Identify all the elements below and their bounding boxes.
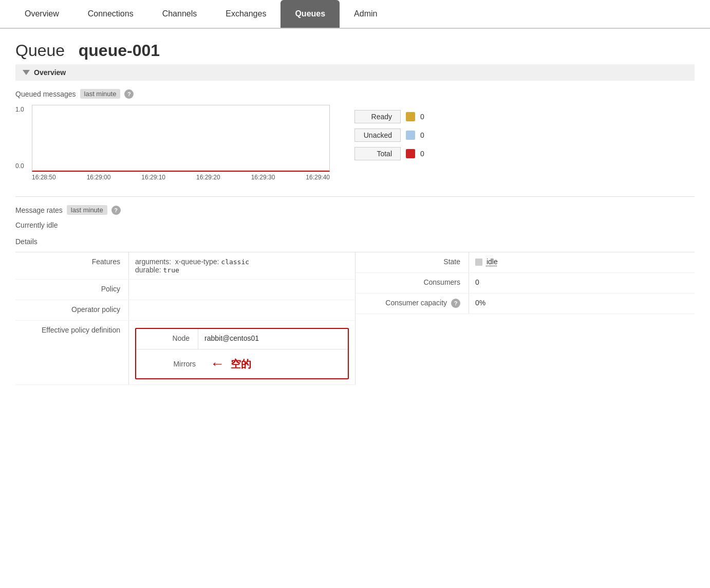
features-args: arguments: x-queue-type: classic: [135, 258, 349, 266]
divider-1: [15, 196, 695, 197]
nav-item-admin[interactable]: Admin: [340, 0, 391, 28]
page-title-name: queue-001: [79, 41, 160, 60]
chart-y-top: 1.0: [15, 106, 24, 113]
chart-section: 1.0 0.0 16:28:5016:29:0016:29:1016:29:20…: [15, 105, 695, 181]
legend-label: Unacked: [354, 128, 401, 142]
effective-policy-label: Effective policy definition: [15, 321, 128, 384]
features-durable: durable: true: [135, 266, 349, 274]
queued-messages-label-row: Queued messages last minute ?: [15, 89, 695, 99]
collapse-icon: [23, 70, 30, 75]
operator-policy-value: [128, 300, 355, 320]
legend-item-ready: Ready0: [354, 110, 424, 123]
effective-policy-row: Effective policy definition Node rabbit@…: [15, 321, 355, 385]
idle-text: Currently idle: [15, 221, 695, 229]
chart-wrapper: 1.0 0.0 16:28:5016:29:0016:29:1016:29:20…: [15, 105, 334, 181]
chart-x-label: 16:29:00: [87, 174, 111, 181]
chart-x-label: 16:29:40: [306, 174, 330, 181]
consumer-capacity-value: 0%: [469, 293, 695, 314]
nav-item-connections[interactable]: Connections: [73, 0, 148, 28]
mirrors-label: Mirrors: [142, 355, 204, 373]
legend-label: Ready: [354, 110, 401, 123]
node-row: Node rabbit@centos01: [136, 329, 348, 350]
legend-value: 0: [420, 150, 424, 158]
chart-legend: Ready0Unacked0Total0: [354, 110, 424, 160]
state-indicator-icon: [475, 259, 482, 266]
state-label: State: [356, 252, 469, 272]
policy-value: [128, 280, 355, 300]
message-rates-help[interactable]: ?: [111, 206, 121, 215]
legend-item-total: Total0: [354, 147, 424, 160]
message-rates-badge[interactable]: last minute: [67, 205, 107, 215]
legend-value: 0: [420, 131, 424, 139]
nav-item-exchanges[interactable]: Exchanges: [211, 0, 281, 28]
details-left-column: Features arguments: x-queue-type: classi…: [15, 252, 355, 385]
consumer-capacity-label: Consumer capacity ?: [356, 293, 469, 314]
features-value: arguments: x-queue-type: classic durable…: [128, 252, 355, 279]
queued-messages-label: Queued messages: [15, 90, 76, 98]
node-label: Node: [136, 329, 198, 349]
state-text: idle: [487, 258, 498, 266]
page-content: Queue queue-001 Overview Queued messages…: [0, 29, 710, 397]
overview-section-label: Overview: [34, 68, 66, 77]
page-title-prefix: Queue: [15, 41, 65, 60]
message-rates-label-row: Message rates last minute ?: [15, 205, 695, 215]
effective-policy-value: Node rabbit@centos01 Mirrors ← 空的: [128, 321, 355, 384]
queued-messages-badge[interactable]: last minute: [80, 89, 121, 99]
chart-x-label: 16:29:30: [251, 174, 275, 181]
operator-policy-label: Operator policy: [15, 300, 128, 320]
details-grid: Features arguments: x-queue-type: classi…: [15, 252, 695, 385]
annotation-text: 空的: [231, 357, 251, 371]
chart-x-label: 16:29:10: [141, 174, 165, 181]
node-value: rabbit@centos01: [198, 329, 348, 349]
queued-messages-help[interactable]: ?: [124, 89, 134, 99]
legend-color-swatch: [406, 112, 415, 121]
consumer-capacity-help[interactable]: ?: [451, 299, 460, 308]
consumers-label: Consumers: [356, 273, 469, 293]
red-arrow-icon: ←: [210, 356, 225, 372]
chart-x-label: 16:28:50: [32, 174, 56, 181]
nav-item-queues[interactable]: Queues: [281, 0, 340, 28]
state-row: State idle: [356, 252, 695, 273]
legend-color-swatch: [406, 131, 415, 140]
policy-label: Policy: [15, 280, 128, 300]
operator-policy-row: Operator policy: [15, 300, 355, 321]
details-right-column: State idle Consumers 0 Consumer capacity…: [355, 252, 695, 385]
consumer-capacity-row: Consumer capacity ? 0%: [356, 293, 695, 314]
policy-row: Policy: [15, 280, 355, 300]
mirrors-row: Mirrors ← 空的: [136, 350, 348, 378]
node-mirrors-box: Node rabbit@centos01 Mirrors ← 空的: [135, 328, 349, 379]
chart-x-labels: 16:28:5016:29:0016:29:1016:29:2016:29:30…: [32, 174, 330, 181]
message-rates-label: Message rates: [15, 206, 63, 214]
chart-canvas: [32, 105, 330, 172]
consumers-row: Consumers 0: [356, 273, 695, 293]
consumers-value: 0: [469, 273, 695, 293]
legend-label: Total: [354, 147, 401, 160]
legend-item-unacked: Unacked0: [354, 128, 424, 142]
features-label: Features: [15, 252, 128, 279]
page-title: Queue queue-001: [15, 41, 695, 60]
details-label: Details: [15, 237, 695, 246]
chart-x-label: 16:29:20: [196, 174, 220, 181]
legend-value: 0: [420, 113, 424, 121]
state-value: idle: [469, 252, 695, 272]
nav-item-channels[interactable]: Channels: [148, 0, 212, 28]
overview-section-header[interactable]: Overview: [15, 64, 695, 81]
nav-bar: OverviewConnectionsChannelsExchangesQueu…: [0, 0, 710, 29]
chart-y-bottom: 0.0: [15, 162, 24, 170]
nav-item-overview[interactable]: Overview: [10, 0, 73, 28]
features-row: Features arguments: x-queue-type: classi…: [15, 252, 355, 280]
legend-color-swatch: [406, 149, 415, 158]
